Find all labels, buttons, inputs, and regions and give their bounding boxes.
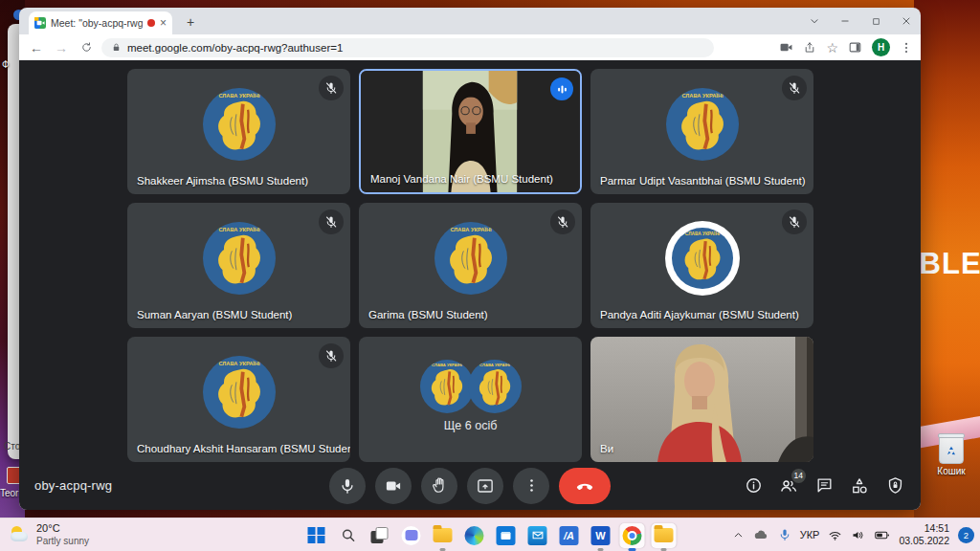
mic-off-icon: [319, 343, 344, 368]
chat-icon: [402, 526, 421, 545]
participant-avatar: СЛАВА УКРАЇНІ: [672, 228, 733, 289]
mic-button[interactable]: [329, 468, 366, 504]
host-controls-button[interactable]: [884, 475, 905, 496]
tray-expand-button[interactable]: [732, 529, 745, 541]
meeting-panels: 14: [743, 475, 905, 496]
mic-off-icon: [550, 209, 575, 234]
participant-avatar: СЛАВА УКРАЇНІ: [434, 222, 507, 295]
tile-shakkeer[interactable]: СЛАВА УКРАЇНІ Shakkeer Ajimsha (BSMU Stu…: [127, 69, 350, 194]
participant-grid: СЛАВА УКРАЇНІ Shakkeer Ajimsha (BSMU Stu…: [127, 69, 813, 462]
svg-text:СЛАВА УКРАЇНІ: СЛАВА УКРАЇНІ: [218, 227, 260, 232]
maximize-button[interactable]: [861, 8, 890, 34]
overflow-avatars: СЛАВА УКРАЇНІ СЛАВА УКРАЇНІ: [423, 360, 519, 413]
tile-choudhary[interactable]: СЛАВА УКРАЇНІ Choudhary Akshit Hansaram …: [127, 337, 350, 462]
svg-text:СЛАВА УКРАЇНІ: СЛАВА УКРАЇНІ: [218, 361, 260, 366]
tile-self[interactable]: Ви: [590, 337, 813, 462]
language-indicator[interactable]: УКР: [800, 529, 820, 540]
tile-suman[interactable]: СЛАВА УКРАЇНІ Suman Aaryan (BSMU Student…: [127, 203, 350, 328]
mic-in-use-icon[interactable]: [778, 528, 791, 541]
participant-avatar: СЛАВА УКРАЇНІ: [203, 88, 276, 161]
participant-name: Choudhary Akshit Hansaram (BSMU Student): [137, 443, 350, 454]
mail-button[interactable]: [525, 523, 550, 548]
bookmark-star-icon[interactable]: ☆: [826, 40, 838, 55]
edge-button[interactable]: [462, 523, 487, 548]
share-icon[interactable]: [803, 41, 816, 55]
task-view-icon: [371, 527, 389, 544]
present-button[interactable]: [467, 468, 503, 504]
mic-off-icon: [319, 209, 344, 234]
browser-menu-icon[interactable]: [900, 41, 913, 55]
reload-button[interactable]: [77, 38, 96, 57]
desktop-icon-label-teori[interactable]: Teori: [0, 488, 21, 498]
tile-more-people[interactable]: СЛАВА УКРАЇНІ СЛАВА УКРАЇНІ Ще 6 осіб: [359, 337, 582, 462]
svg-text:СЛАВА УКРАЇНІ: СЛАВА УКРАЇНІ: [218, 93, 260, 99]
tile-pandya[interactable]: СЛАВА УКРАЇНІ Pandya Aditi Ajaykumar (BS…: [590, 203, 813, 328]
chat-button[interactable]: [813, 475, 835, 496]
more-options-button[interactable]: [513, 468, 549, 504]
battery-icon[interactable]: [874, 527, 890, 543]
meet-favicon: [34, 17, 46, 29]
tab-search-button[interactable]: [800, 8, 829, 34]
forward-button[interactable]: →: [52, 38, 71, 57]
mic-off-icon: [319, 76, 344, 100]
tab-close-button[interactable]: ×: [160, 17, 167, 29]
media-app-icon: /A: [560, 526, 579, 545]
address-bar[interactable]: meet.google.com/oby-acpq-rwg?authuser=1: [101, 38, 714, 57]
camera-button[interactable]: [375, 468, 412, 504]
overflow-label: Ще 6 осіб: [359, 419, 582, 432]
camera-in-use-icon[interactable]: [779, 40, 793, 55]
open-folder-button[interactable]: [652, 523, 677, 548]
participant-avatar: СЛАВА УКРАЇНІ: [203, 356, 276, 429]
raise-hand-button[interactable]: [421, 468, 457, 504]
call-controls: [329, 468, 611, 504]
tile-parmar[interactable]: СЛАВА УКРАЇНІ Parmar Udipt Vasantbhai (B…: [590, 69, 813, 194]
tile-manoj-active-speaker[interactable]: Manoj Vandana Nair (BSMU Student): [359, 69, 582, 194]
participant-name: Pandya Aditi Ajaykumar (BSMU Student): [600, 309, 799, 320]
folder-icon: [434, 528, 453, 542]
word-button[interactable]: W: [589, 523, 613, 548]
new-tab-button[interactable]: +: [182, 14, 199, 32]
end-call-button[interactable]: [559, 468, 611, 504]
teams-chat-button[interactable]: [399, 523, 424, 548]
media-app-button[interactable]: /A: [557, 523, 582, 548]
svg-text:СЛАВА УКРАЇНІ: СЛАВА УКРАЇНІ: [450, 227, 492, 232]
info-button[interactable]: [743, 475, 764, 496]
svg-text:СЛАВА УКРАЇНІ: СЛАВА УКРАЇНІ: [681, 93, 724, 99]
store-button[interactable]: [494, 523, 519, 548]
desktop-icon-label-sto[interactable]: Сто: [4, 441, 20, 452]
tile-garima[interactable]: СЛАВА УКРАЇНІ Garima (BSMU Student): [359, 203, 582, 328]
weather-desc: Partly sunny: [36, 536, 89, 547]
svg-text:СЛАВА УКРАЇНІ: СЛАВА УКРАЇНІ: [479, 364, 510, 368]
desktop-icon-label-f[interactable]: Ф: [2, 59, 10, 70]
weather-temp: 20°C: [36, 522, 89, 535]
minimize-button[interactable]: [831, 8, 859, 34]
back-button[interactable]: ←: [27, 38, 46, 57]
start-button[interactable]: [304, 523, 329, 548]
activities-button[interactable]: [849, 475, 870, 496]
notification-badge[interactable]: 2: [958, 527, 974, 543]
chrome-button[interactable]: [620, 523, 645, 548]
avatar-ring: СЛАВА УКРАЇНІ: [665, 221, 740, 296]
file-explorer-button[interactable]: [431, 523, 456, 548]
self-name: Ви: [600, 443, 613, 454]
chrome-icon: [623, 526, 642, 545]
search-icon: [340, 527, 356, 543]
side-panel-icon[interactable]: [848, 40, 862, 55]
people-button[interactable]: 14: [778, 475, 799, 496]
clock[interactable]: 14:51 03.05.2022: [899, 522, 949, 547]
tray-date: 03.05.2022: [899, 535, 949, 547]
weather-widget[interactable]: 20°C Partly sunny: [10, 522, 89, 546]
recycle-bin[interactable]: Кошик: [930, 435, 972, 476]
volume-icon[interactable]: [851, 528, 865, 542]
store-icon: [497, 526, 516, 545]
wifi-icon[interactable]: [828, 528, 842, 542]
window-close-button[interactable]: [892, 8, 921, 34]
edge-icon: [465, 526, 484, 545]
task-view-button[interactable]: [368, 523, 392, 548]
svg-text:СЛАВА УКРАЇНІ: СЛАВА УКРАЇНІ: [432, 364, 462, 368]
profile-avatar[interactable]: H: [872, 38, 890, 56]
onedrive-icon[interactable]: [753, 527, 769, 543]
browser-tab[interactable]: Meet: "oby-acpq-rwg" ×: [29, 11, 172, 34]
recycle-bin-label: Кошик: [930, 466, 972, 476]
search-button[interactable]: [336, 523, 361, 548]
